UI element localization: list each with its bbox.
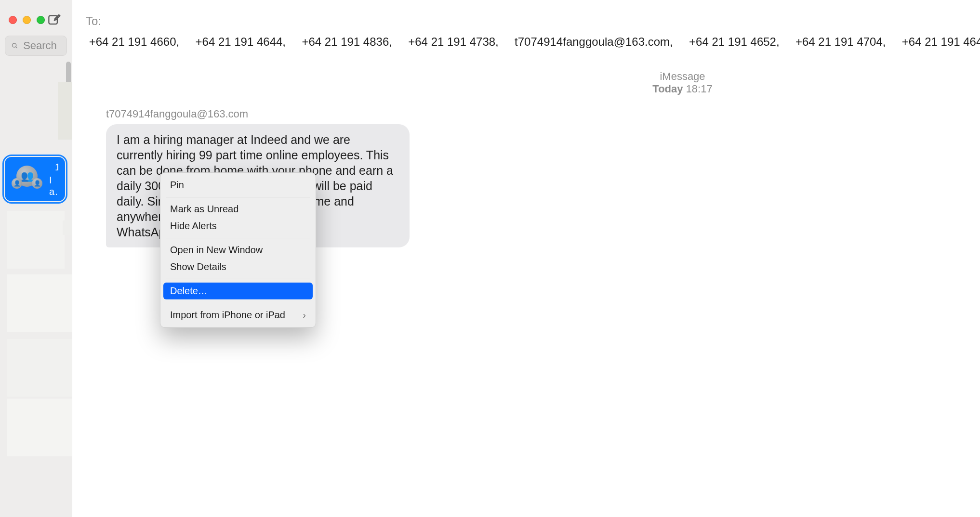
recipient[interactable]: +64 21 191 4660, bbox=[86, 35, 192, 48]
fullscreen-window-button[interactable] bbox=[37, 16, 45, 24]
svg-point-1 bbox=[13, 43, 16, 47]
menu-label: Pin bbox=[170, 180, 184, 191]
menu-separator bbox=[166, 279, 310, 279]
to-label: To: bbox=[86, 14, 101, 27]
conversation-preview: I am a hiring manager at Indeed and we a… bbox=[49, 174, 58, 197]
compose-button[interactable] bbox=[45, 11, 63, 29]
day-label: Today bbox=[652, 83, 683, 95]
titlebar bbox=[0, 0, 72, 34]
to-field[interactable]: To: +64 21 191 4660, +64 21 191 4644, +6… bbox=[72, 0, 980, 55]
messages-window: 👥 👤 👤 +64 21 191 4660, +64 21 19... 18:1… bbox=[0, 0, 980, 517]
conversation-list[interactable]: 👥 👤 👤 +64 21 191 4660, +64 21 19... 18:1… bbox=[0, 62, 72, 517]
recipient[interactable]: +64 21 191 4738, bbox=[405, 35, 512, 48]
search-field[interactable] bbox=[5, 36, 67, 56]
conversation-row-blurred bbox=[63, 220, 72, 235]
search-icon bbox=[11, 41, 18, 51]
time-value: 18:17 bbox=[686, 83, 713, 95]
conversation-time: 18:17 bbox=[55, 162, 58, 173]
person-icon: 👤 bbox=[34, 181, 41, 186]
minimize-window-button[interactable] bbox=[23, 16, 31, 24]
service-label: iMessage bbox=[106, 70, 980, 83]
context-menu-show-details[interactable]: Show Details bbox=[163, 258, 313, 275]
recipient[interactable]: +64 21 191 4646, bbox=[899, 35, 980, 48]
pinned-conversation-blurred bbox=[58, 82, 72, 140]
menu-label: Mark as Unread bbox=[170, 204, 238, 215]
context-menu-pin[interactable]: Pin bbox=[163, 177, 313, 194]
menu-separator bbox=[166, 197, 310, 197]
recipient[interactable]: +64 21 191 4652, bbox=[686, 35, 792, 48]
context-menu-mark-unread[interactable]: Mark as Unread bbox=[163, 201, 313, 218]
recipient[interactable]: t7074914fanggoula@163.com, bbox=[511, 35, 686, 48]
conversation-text: +64 21 191 4660, +64 21 19... 18:17 I am… bbox=[49, 161, 58, 197]
context-menu-open-new-window[interactable]: Open in New Window bbox=[163, 242, 313, 258]
search-container bbox=[0, 34, 72, 62]
conversation-row-blurred bbox=[7, 339, 72, 397]
message-sender: t7074914fanggoula@163.com bbox=[106, 108, 980, 120]
conversation-row-selected[interactable]: 👥 👤 👤 +64 21 191 4660, +64 21 19... 18:1… bbox=[5, 157, 65, 201]
chevron-right-icon: › bbox=[303, 310, 306, 321]
window-controls bbox=[9, 16, 45, 24]
menu-separator bbox=[166, 303, 310, 303]
conversation-row-blurred bbox=[7, 274, 72, 332]
context-menu-import[interactable]: Import from iPhone or iPad › bbox=[163, 307, 313, 323]
sidebar: 👥 👤 👤 +64 21 191 4660, +64 21 19... 18:1… bbox=[0, 0, 72, 517]
search-input[interactable] bbox=[23, 39, 61, 52]
conversation-row-blurred bbox=[7, 399, 72, 456]
menu-label: Show Details bbox=[170, 261, 226, 272]
compose-icon bbox=[47, 13, 61, 27]
conversation-row-blurred bbox=[7, 211, 65, 269]
thread-timestamp: iMessage Today 18:17 bbox=[106, 70, 980, 95]
menu-label: Open in New Window bbox=[170, 245, 263, 256]
menu-separator bbox=[166, 238, 310, 238]
person-icon: 👤 bbox=[13, 181, 21, 186]
context-menu-hide-alerts[interactable]: Hide Alerts bbox=[163, 218, 313, 234]
recipient[interactable]: +64 21 191 4644, bbox=[192, 35, 299, 48]
menu-label: Import from iPhone or iPad bbox=[170, 310, 285, 321]
close-window-button[interactable] bbox=[9, 16, 17, 24]
people-icon: 👥 bbox=[21, 171, 34, 181]
context-menu-delete[interactable]: Delete… bbox=[163, 283, 313, 299]
recipient[interactable]: +64 21 191 4704, bbox=[792, 35, 899, 48]
svg-line-2 bbox=[16, 47, 17, 48]
context-menu: Pin Mark as Unread Hide Alerts Open in N… bbox=[160, 172, 316, 328]
menu-label: Delete… bbox=[170, 285, 208, 297]
menu-label: Hide Alerts bbox=[170, 220, 217, 232]
recipient[interactable]: +64 21 191 4836, bbox=[299, 35, 405, 48]
group-avatar: 👥 👤 👤 bbox=[12, 164, 42, 194]
recipient-list: +64 21 191 4660, +64 21 191 4644, +64 21… bbox=[86, 35, 980, 48]
